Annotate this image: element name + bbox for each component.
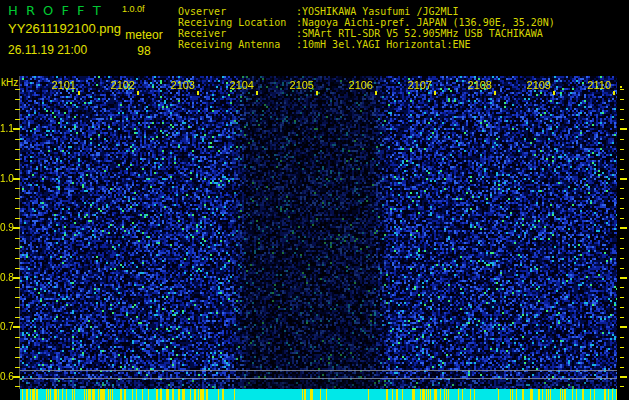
- y-axis-minor-tick: [15, 297, 20, 298]
- x-axis-label: 2103: [149, 79, 195, 91]
- mode-label: meteor: [122, 28, 166, 42]
- y-axis-label: 0.8: [0, 272, 13, 283]
- x-axis-label: 2105: [268, 79, 314, 91]
- y-axis-minor-tick-right: [620, 159, 624, 160]
- y-axis-label: 1.0: [0, 173, 13, 184]
- y-axis-minor-tick: [15, 238, 20, 239]
- x-axis-label: 2109: [505, 79, 551, 91]
- y-axis-major-tick: [13, 277, 20, 279]
- y-axis-minor-tick-right: [620, 386, 624, 387]
- y-axis-minor-tick-right: [620, 99, 624, 100]
- y-axis-minor-tick: [15, 317, 20, 318]
- y-axis-minor-tick: [15, 169, 20, 170]
- station-info-value: :SMArt RTL-SDR V5 52.905MHz USB TACHIKAW…: [296, 28, 543, 39]
- y-axis-minor-tick-right: [620, 238, 624, 239]
- y-axis-minor-tick-right: [620, 287, 624, 288]
- output-filename: YY2611192100.png: [8, 21, 121, 36]
- x-axis-label: 2102: [89, 79, 135, 91]
- y-axis-minor-tick-right: [620, 337, 624, 338]
- y-axis-minor-tick-right: [620, 218, 624, 219]
- echo-strip-canvas: [20, 389, 617, 400]
- y-axis-minor-tick: [15, 198, 20, 199]
- y-axis-minor-tick-right: [620, 149, 624, 150]
- app-version: 1.0.0f: [122, 4, 145, 14]
- y-axis-minor-tick-right: [620, 357, 624, 358]
- y-axis-label: 0.9: [0, 222, 13, 233]
- y-axis-major-tick-right: [620, 178, 627, 180]
- x-axis-tick: [494, 91, 496, 95]
- station-info-label: Ovserver: [178, 6, 296, 17]
- y-axis-minor-tick-right: [620, 188, 624, 189]
- station-info-row: Receiving Location:Nagoya Aichi-pref. JA…: [178, 17, 555, 28]
- y-axis-minor-tick-right: [620, 89, 624, 90]
- meteor-count: 98: [122, 44, 166, 58]
- y-axis-minor-tick: [15, 386, 20, 387]
- x-axis-tick: [434, 91, 436, 95]
- y-axis-minor-tick: [15, 367, 20, 368]
- y-axis-label: 0.7: [0, 321, 13, 332]
- y-axis-minor-tick: [15, 109, 20, 110]
- x-axis-tick: [316, 91, 318, 95]
- y-axis-minor-tick-right: [620, 248, 624, 249]
- y-axis-minor-tick: [15, 307, 20, 308]
- y-axis-minor-tick-right: [620, 347, 624, 348]
- y-axis-minor-tick: [15, 89, 20, 90]
- y-axis-minor-tick: [15, 139, 20, 140]
- x-axis-tick: [197, 91, 199, 95]
- y-axis-minor-tick: [15, 99, 20, 100]
- x-axis-label: 2101: [30, 79, 76, 91]
- station-info-row: Receiving Antenna:10mH 3el.YAGI Horizont…: [178, 39, 555, 50]
- y-axis-minor-tick: [15, 357, 20, 358]
- station-info-label: Receiver: [178, 28, 296, 39]
- x-axis-tick: [613, 91, 615, 95]
- y-axis-minor-tick-right: [620, 268, 624, 269]
- x-axis-label: 2104: [208, 79, 254, 91]
- y-axis-unit-label: kHz: [1, 77, 18, 88]
- station-info-value: :YOSHIKAWA Yasufumi /JG2MLI: [296, 6, 459, 17]
- x-axis-end-dot: [620, 86, 622, 88]
- x-axis-tick: [78, 91, 80, 95]
- y-axis-minor-tick-right: [620, 169, 624, 170]
- y-axis-minor-tick: [15, 218, 20, 219]
- station-info-row: Receiver:SMArt RTL-SDR V5 52.905MHz USB …: [178, 28, 555, 39]
- y-axis-major-tick-right: [620, 128, 627, 130]
- y-axis-major-tick: [13, 178, 20, 180]
- y-axis-minor-tick: [15, 347, 20, 348]
- x-axis-tick: [375, 91, 377, 95]
- y-axis-minor-tick: [15, 258, 20, 259]
- y-axis-major-tick-right: [620, 326, 627, 328]
- plot-left-border: [19, 76, 20, 389]
- y-axis-minor-tick: [15, 188, 20, 189]
- station-info-value: :Nagoya Aichi-pref. JAPAN (136.90E, 35.2…: [296, 17, 555, 28]
- x-axis-label: 2106: [327, 79, 373, 91]
- x-axis-tick: [256, 91, 258, 95]
- x-axis-tick: [553, 91, 555, 95]
- station-info-block: Ovserver:YOSHIKAWA Yasufumi /JG2MLIRecei…: [178, 6, 555, 50]
- y-axis-minor-tick: [15, 159, 20, 160]
- y-axis-minor-tick: [15, 149, 20, 150]
- station-info-label: Receiving Location: [178, 17, 296, 28]
- y-axis-minor-tick-right: [620, 208, 624, 209]
- station-info-value: :10mH 3el.YAGI Horizontal:ENE: [296, 39, 471, 50]
- y-axis-major-tick-right: [620, 277, 627, 279]
- y-axis-major-tick: [13, 128, 20, 130]
- y-axis-minor-tick-right: [620, 317, 624, 318]
- y-axis-label: 1.1: [0, 123, 13, 134]
- station-info-row: Ovserver:YOSHIKAWA Yasufumi /JG2MLI: [178, 6, 555, 17]
- x-axis-label: 2108: [446, 79, 492, 91]
- x-axis-label: 2110: [565, 79, 611, 91]
- x-axis-tick: [137, 91, 139, 95]
- y-axis-major-tick: [13, 376, 20, 378]
- y-axis-minor-tick-right: [620, 119, 624, 120]
- y-axis-minor-tick-right: [620, 367, 624, 368]
- y-axis-major-tick-right: [620, 376, 627, 378]
- noise-reference-line: [20, 370, 617, 371]
- y-axis-minor-tick-right: [620, 109, 624, 110]
- y-axis-label: 0.6: [0, 371, 13, 382]
- y-axis-minor-tick-right: [620, 258, 624, 259]
- y-axis-minor-tick-right: [620, 297, 624, 298]
- observation-datetime: 26.11.19 21:00: [8, 43, 87, 57]
- y-axis-minor-tick: [15, 248, 20, 249]
- y-axis-minor-tick: [15, 337, 20, 338]
- y-axis-minor-tick: [15, 119, 20, 120]
